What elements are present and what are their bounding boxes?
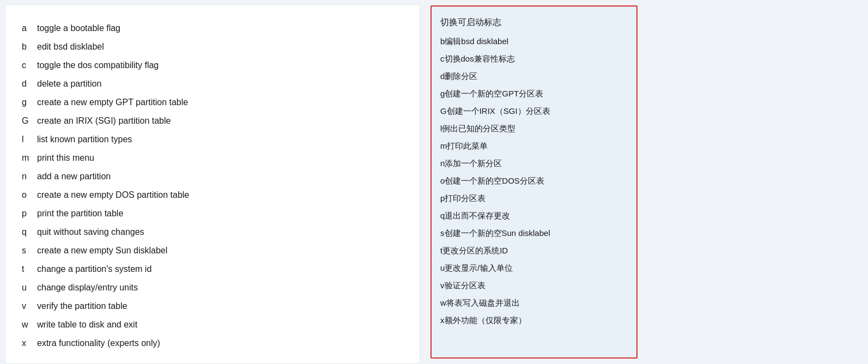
menu-key: d — [22, 77, 37, 90]
menu-desc: create a new empty GPT partition table — [37, 96, 188, 109]
menu-list: atoggle a bootable flagbedit bsd disklab… — [22, 19, 403, 353]
menu-item[interactable]: nadd a new partition — [22, 167, 403, 186]
menu-item[interactable]: gcreate a new empty GPT partition table — [22, 93, 403, 112]
menu-key: u — [22, 281, 37, 294]
menu-item[interactable]: tchange a partition's system id — [22, 260, 403, 278]
menu-desc: quit without saving changes — [37, 226, 144, 239]
menu-item[interactable]: qquit without saving changes — [22, 223, 403, 241]
menu-key: c — [22, 59, 37, 72]
menu-desc: create a new empty DOS partition table — [37, 189, 189, 202]
menu-desc: print the partition table — [37, 207, 123, 220]
menu-key: w — [22, 318, 37, 331]
menu-key: s — [22, 244, 37, 257]
translation-item: G创建一个IRIX（SGI）分区表 — [440, 102, 628, 120]
menu-item[interactable]: llist known partition types — [22, 130, 403, 149]
menu-key: G — [22, 114, 37, 128]
menu-desc: verify the partition table — [37, 300, 127, 313]
menu-item[interactable]: atoggle a bootable flag — [22, 19, 403, 38]
menu-item[interactable]: wwrite table to disk and exit — [22, 316, 403, 334]
translation-item: 切换可启动标志 — [440, 13, 628, 32]
menu-desc: change display/entry units — [37, 281, 138, 294]
right-panel: 切换可启动标志b编辑bsd disklabelc切换dos兼容性标志d删除分区g… — [430, 5, 638, 359]
menu-key: x — [22, 337, 37, 350]
menu-desc: extra functionality (experts only) — [37, 337, 160, 350]
menu-desc: edit bsd disklabel — [37, 40, 104, 53]
translation-list: 切换可启动标志b编辑bsd disklabelc切换dos兼容性标志d删除分区g… — [440, 13, 628, 329]
menu-desc: create a new empty Sun disklabel — [37, 244, 167, 257]
menu-desc: write table to disk and exit — [37, 318, 137, 331]
menu-key: n — [22, 170, 37, 183]
menu-desc: delete a partition — [37, 77, 101, 90]
menu-desc: create an IRIX (SGI) partition table — [37, 114, 171, 128]
menu-item[interactable]: mprint this menu — [22, 149, 403, 167]
translation-item: w将表写入磁盘并退出 — [440, 294, 628, 312]
menu-desc: toggle a bootable flag — [37, 22, 120, 35]
menu-item[interactable]: pprint the partition table — [22, 204, 403, 223]
menu-desc: print this menu — [37, 151, 94, 165]
menu-key: g — [22, 96, 37, 109]
menu-item[interactable]: xextra functionality (experts only) — [22, 334, 403, 353]
translation-item: b编辑bsd disklabel — [440, 33, 628, 50]
translation-item: m打印此菜单 — [440, 137, 628, 155]
menu-key: l — [22, 133, 37, 146]
translation-item: n添加一个新分区 — [440, 155, 628, 172]
menu-item[interactable]: bedit bsd disklabel — [22, 38, 403, 56]
translation-item: u更改显示/输入单位 — [440, 259, 628, 277]
menu-item[interactable]: ocreate a new empty DOS partition table — [22, 186, 403, 204]
menu-item[interactable]: screate a new empty Sun disklabel — [22, 241, 403, 260]
menu-item[interactable]: Gcreate an IRIX (SGI) partition table — [22, 112, 403, 130]
translation-item: o创建一个新的空DOS分区表 — [440, 172, 628, 190]
menu-item[interactable]: vverify the partition table — [22, 297, 403, 316]
menu-key: b — [22, 40, 37, 53]
translation-item: l例出已知的分区类型 — [440, 120, 628, 137]
menu-item[interactable]: ctoggle the dos compatibility flag — [22, 56, 403, 75]
translation-item: q退出而不保存更改 — [440, 207, 628, 225]
left-panel: atoggle a bootable flagbedit bsd disklab… — [5, 5, 420, 363]
menu-desc: change a partition's system id — [37, 263, 151, 276]
menu-item[interactable]: ddelete a partition — [22, 75, 403, 93]
translation-item: p打印分区表 — [440, 190, 628, 207]
menu-key: a — [22, 22, 37, 35]
menu-key: o — [22, 189, 37, 202]
menu-key: m — [22, 151, 37, 165]
translation-item: t更改分区的系统ID — [440, 242, 628, 259]
translation-item: v验证分区表 — [440, 277, 628, 294]
menu-desc: toggle the dos compatibility flag — [37, 59, 159, 72]
menu-key: q — [22, 226, 37, 239]
translation-item: x额外功能（仅限专家） — [440, 312, 628, 329]
menu-desc: list known partition types — [37, 133, 132, 146]
menu-key: v — [22, 300, 37, 313]
translation-item: g创建一个新的空GPT分区表 — [440, 85, 628, 102]
menu-desc: add a new partition — [37, 170, 111, 183]
translation-item: s创建一个新的空Sun disklabel — [440, 225, 628, 242]
menu-item[interactable]: uchange display/entry units — [22, 278, 403, 297]
translation-item: c切换dos兼容性标志 — [440, 50, 628, 68]
menu-key: t — [22, 263, 37, 276]
menu-key: p — [22, 207, 37, 220]
translation-item: d删除分区 — [440, 68, 628, 85]
